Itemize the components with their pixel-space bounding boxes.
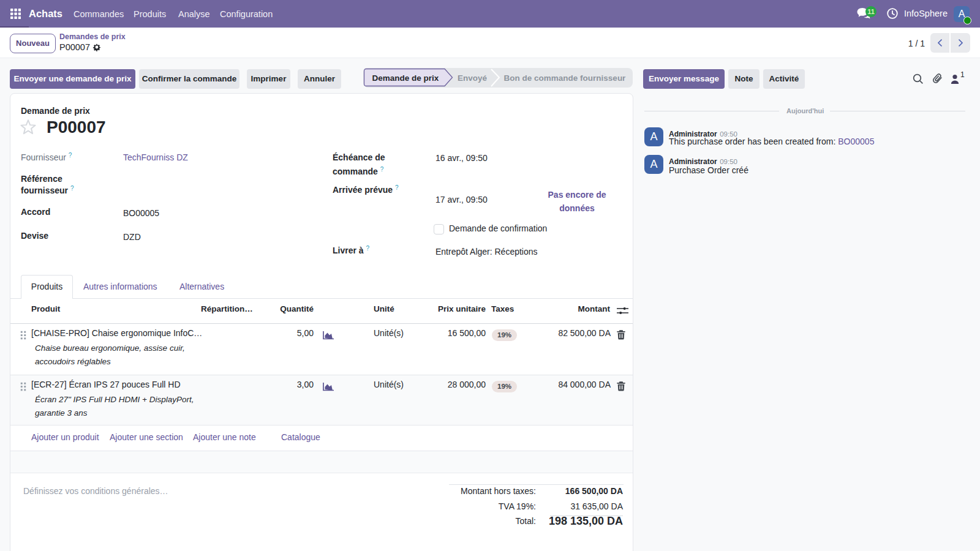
svg-text:Envoyé: Envoyé [458,73,488,83]
svg-text:Bon de commande fournisseur: Bon de commande fournisseur [504,73,627,83]
svg-text:Demande de prix: Demande de prix [372,73,439,83]
